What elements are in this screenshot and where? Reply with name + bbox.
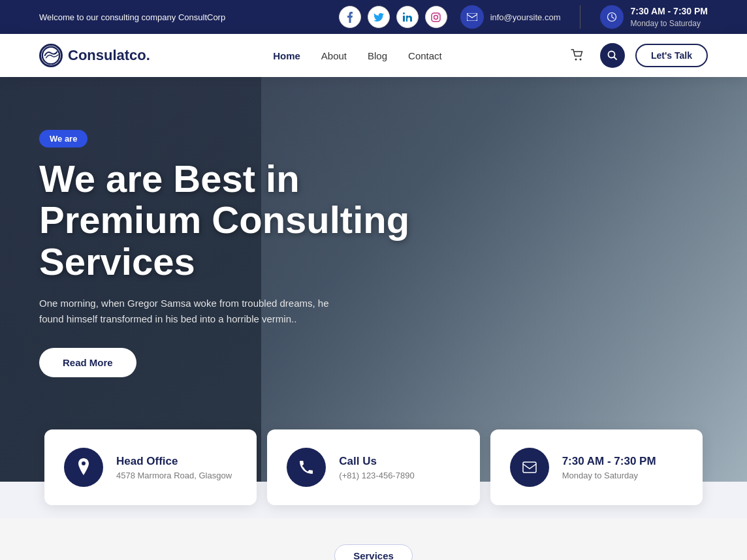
email-text: info@yoursite.com bbox=[490, 12, 561, 22]
info-section: Head Office 4578 Marmora Road, Glasgow C… bbox=[0, 429, 747, 518]
nav-link-blog[interactable]: Blog bbox=[368, 50, 387, 61]
svg-point-4 bbox=[438, 14, 439, 15]
head-office-card: Head Office 4578 Marmora Road, Glasgow bbox=[44, 429, 257, 505]
top-bar: Welcome to our consulting company Consul… bbox=[0, 0, 747, 34]
nav-link-home[interactable]: Home bbox=[273, 50, 300, 61]
head-office-text: Head Office 4578 Marmora Road, Glasgow bbox=[116, 455, 232, 480]
facebook-icon[interactable] bbox=[339, 6, 361, 28]
time-contact: 7:30 AM - 7:30 PM Monday to Saturday bbox=[600, 5, 708, 29]
top-bar-right: info@yoursite.com 7:30 AM - 7:30 PM Mond… bbox=[460, 5, 708, 29]
logo-icon bbox=[39, 44, 63, 67]
location-icon bbox=[64, 448, 103, 487]
navbar: Consulatco. Home About Blog Contact Let'… bbox=[0, 34, 747, 77]
hero-section: We are We are Best in Premium Consulting… bbox=[0, 77, 747, 482]
lets-talk-button[interactable]: Let's Talk bbox=[635, 44, 708, 67]
hours-detail: Monday to Saturday bbox=[562, 471, 656, 480]
call-us-title: Call Us bbox=[339, 455, 414, 468]
head-office-detail: 4578 Marmora Road, Glasgow bbox=[116, 471, 232, 480]
search-icon[interactable] bbox=[600, 43, 625, 68]
divider bbox=[580, 5, 580, 29]
svg-point-9 bbox=[580, 59, 582, 61]
logo[interactable]: Consulatco. bbox=[39, 44, 150, 67]
svg-rect-11 bbox=[523, 462, 536, 473]
time-value: 7:30 AM - 7:30 PM bbox=[630, 5, 708, 18]
svg-point-1 bbox=[403, 12, 405, 14]
email-icon bbox=[460, 5, 484, 29]
welcome-text: Welcome to our consulting company Consul… bbox=[39, 12, 225, 22]
nav-actions: Let's Talk bbox=[565, 43, 708, 68]
instagram-icon[interactable] bbox=[425, 6, 447, 28]
hero-badge: We are bbox=[39, 130, 87, 148]
info-cards: Head Office 4578 Marmora Road, Glasgow C… bbox=[0, 429, 747, 505]
cart-icon[interactable] bbox=[565, 43, 590, 68]
nav-link-about[interactable]: About bbox=[321, 50, 347, 61]
svg-rect-5 bbox=[467, 13, 477, 21]
services-section: Services bbox=[0, 518, 747, 560]
services-button[interactable]: Services bbox=[334, 544, 413, 560]
nav-inner: Consulatco. Home About Blog Contact Let'… bbox=[39, 34, 708, 77]
hero-title: We are Best in Premium Consulting Servic… bbox=[39, 158, 431, 283]
call-us-detail: (+81) 123-456-7890 bbox=[339, 471, 414, 480]
read-more-button[interactable]: Read More bbox=[39, 348, 136, 377]
time-text: 7:30 AM - 7:30 PM Monday to Saturday bbox=[630, 5, 708, 29]
svg-point-3 bbox=[434, 15, 438, 19]
hero-content: We are We are Best in Premium Consulting… bbox=[39, 130, 431, 377]
hero-description: One morning, when Gregor Samsa woke from… bbox=[39, 296, 353, 327]
svg-point-8 bbox=[575, 59, 577, 61]
top-bar-left: Welcome to our consulting company Consul… bbox=[39, 12, 225, 22]
clock-icon bbox=[600, 5, 624, 29]
nav-links: Home About Blog Contact bbox=[273, 50, 442, 61]
twitter-icon[interactable] bbox=[368, 6, 390, 28]
call-us-card: Call Us (+81) 123-456-7890 bbox=[267, 429, 479, 505]
logo-text: Consulatco. bbox=[68, 47, 150, 64]
svg-rect-0 bbox=[403, 16, 405, 22]
email-contact: info@yoursite.com bbox=[460, 5, 561, 29]
time-days: Monday to Saturday bbox=[630, 18, 708, 29]
head-office-title: Head Office bbox=[116, 455, 232, 468]
nav-link-contact[interactable]: Contact bbox=[408, 50, 442, 61]
hours-title: 7:30 AM - 7:30 PM bbox=[562, 455, 656, 468]
envelope-icon bbox=[510, 448, 549, 487]
hours-card: 7:30 AM - 7:30 PM Monday to Saturday bbox=[490, 429, 703, 505]
call-us-text: Call Us (+81) 123-456-7890 bbox=[339, 455, 414, 480]
linkedin-icon[interactable] bbox=[396, 6, 419, 28]
hours-text: 7:30 AM - 7:30 PM Monday to Saturday bbox=[562, 455, 656, 480]
phone-icon bbox=[287, 448, 326, 487]
social-icons bbox=[339, 6, 447, 28]
